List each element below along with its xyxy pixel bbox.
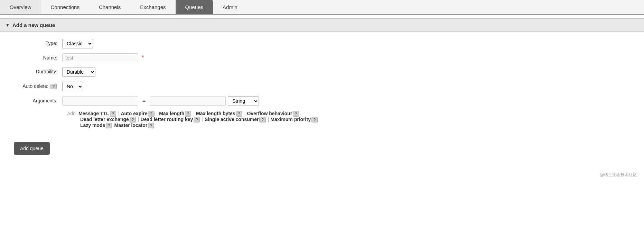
add-links-line3: Lazy mode ? Master locator ? [80,122,643,128]
auto-delete-row: Auto delete: ? No Yes [14,82,630,91]
type-control: Classic Quorum Stream [62,39,93,48]
sep5: | [138,117,139,122]
tab-exchanges[interactable]: Exchanges [130,0,175,14]
auto-delete-help-icon[interactable]: ? [50,84,57,89]
tab-queues[interactable]: Queues [176,0,213,14]
collapse-arrow: ▼ [6,23,10,28]
dead-letter-exchange-help-icon[interactable]: ? [130,117,136,122]
link-lazy-mode[interactable]: Lazy mode [80,122,105,128]
link-maximum-priority[interactable]: Maximum priority [270,117,311,122]
add-links-line1: Add Message TTL ? | Auto expire ? | Max … [67,111,630,117]
footer: @稀土掘金技术社区 [0,168,644,181]
auto-delete-select[interactable]: No Yes [62,82,83,91]
dead-letter-routing-key-help-icon[interactable]: ? [194,117,200,122]
link-master-locator[interactable]: Master locator [114,122,147,128]
tab-overview[interactable]: Overview [0,0,41,14]
type-select[interactable]: Classic Quorum Stream [62,39,93,48]
link-message-ttl[interactable]: Message TTL [78,111,109,116]
durability-row: Durability: Durable Transient [14,67,630,77]
tab-channels[interactable]: Channels [89,0,130,14]
nav-bar: Overview Connections Channels Exchanges … [0,0,644,15]
durability-select[interactable]: Durable Transient [62,67,95,77]
add-links-container: Add Message TTL ? | Auto expire ? | Max … [62,111,630,128]
sep7: | [268,117,269,122]
arguments-value-input[interactable] [150,97,226,106]
arguments-type-select[interactable]: String Number Boolean List [228,96,259,106]
message-ttl-help-icon[interactable]: ? [110,111,116,117]
add-links-line2: Dead letter exchange ? | Dead letter rou… [80,117,643,122]
lazy-mode-help-icon[interactable]: ? [106,123,112,128]
section-title: Add a new queue [12,22,55,28]
type-row: Type: Classic Quorum Stream [14,39,630,48]
master-locator-help-icon[interactable]: ? [148,123,154,128]
overflow-behaviour-help-icon[interactable]: ? [293,111,299,117]
arguments-key-input[interactable] [62,97,138,106]
arguments-row: Arguments: = String Number Boolean List [14,96,630,106]
link-auto-expire[interactable]: Auto expire [121,111,147,116]
link-overflow-behaviour[interactable]: Overflow behaviour [247,111,292,116]
add-label: Add [67,111,76,116]
section-header[interactable]: ▼ Add a new queue [0,18,644,32]
sep4: | [244,111,246,116]
tab-connections[interactable]: Connections [41,0,89,14]
name-row: Name: * [14,53,630,62]
form-area: Type: Classic Quorum Stream Name: * Dura… [0,32,644,135]
max-length-bytes-help-icon[interactable]: ? [236,111,242,117]
link-max-length[interactable]: Max length [159,111,184,116]
sep3: | [193,111,195,116]
auto-expire-help-icon[interactable]: ? [148,111,154,117]
single-active-consumer-help-icon[interactable]: ? [259,117,265,122]
name-label: Name: [14,53,62,61]
auto-delete-control: No Yes [62,82,83,91]
name-control: * [62,53,144,62]
max-length-help-icon[interactable]: ? [185,111,191,117]
link-single-active-consumer[interactable]: Single active consumer [205,117,259,122]
durability-control: Durable Transient [62,67,95,77]
sep6: | [202,117,203,122]
arguments-label: Arguments: [14,96,62,103]
maximum-priority-help-icon[interactable]: ? [311,117,318,122]
link-dead-letter-routing-key[interactable]: Dead letter routing key [141,117,193,122]
link-dead-letter-exchange[interactable]: Dead letter exchange [80,117,129,122]
add-queue-button[interactable]: Add queue [14,142,50,155]
footer-text: @稀土掘金技术社区 [600,172,637,177]
auto-delete-label: Auto delete: ? [14,82,62,89]
arguments-control: = String Number Boolean List [62,96,259,106]
type-label: Type: [14,39,62,46]
tab-admin[interactable]: Admin [213,0,247,14]
name-input[interactable] [62,53,138,62]
sep2: | [157,111,158,116]
main-content: ▼ Add a new queue Type: Classic Quorum S… [0,15,644,168]
equals-sign: = [140,98,148,104]
sep1: | [118,111,120,116]
durability-label: Durability: [14,67,62,74]
link-max-length-bytes[interactable]: Max length bytes [196,111,235,116]
required-star: * [142,55,144,61]
